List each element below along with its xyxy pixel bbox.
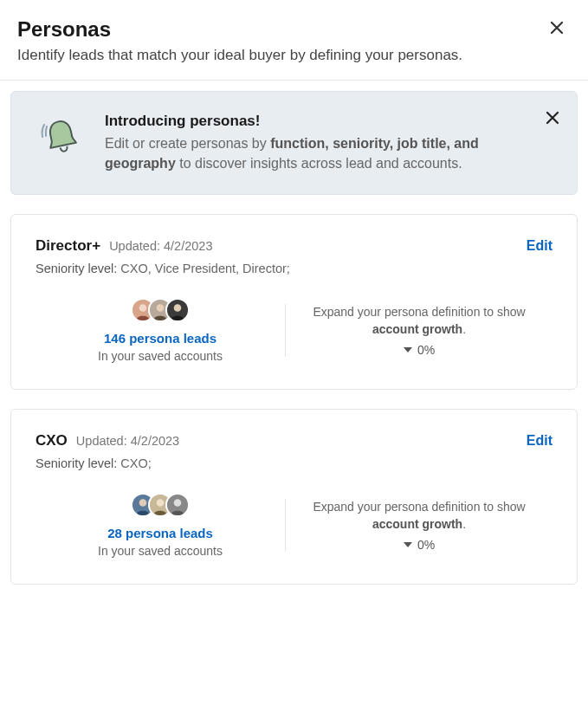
card-header: CXO Updated: 4/2/2023 Edit [36, 432, 552, 450]
card-name-line: Director+ Updated: 4/2/2023 [36, 237, 212, 255]
svg-point-5 [174, 305, 182, 313]
leads-section: 28 persona leads In your saved accounts [36, 493, 285, 558]
page-title: Personas [17, 17, 571, 42]
saved-accounts-text: In your saved accounts [44, 349, 276, 363]
growth-pct: 0% [303, 538, 535, 552]
growth-pct: 0% [303, 343, 535, 357]
banner-title: Introducing personas! [105, 113, 525, 130]
persona-updated: Updated: 4/2/2023 [76, 434, 179, 448]
panel-content: Introducing personas! Edit or create per… [0, 81, 588, 595]
svg-point-1 [139, 305, 147, 313]
persona-name: CXO [36, 432, 68, 450]
avatar-stack [44, 493, 276, 517]
intro-banner: Introducing personas! Edit or create per… [10, 91, 578, 195]
card-body: 28 persona leads In your saved accounts … [36, 493, 552, 558]
avatar [165, 493, 190, 517]
seniority-line: Seniority level: CXO; [36, 456, 552, 470]
svg-point-9 [157, 500, 165, 508]
expand-text: Expand your persona definition to show a… [303, 304, 535, 338]
banner-body-prefix: Edit or create personas by [105, 136, 270, 151]
svg-point-11 [174, 500, 182, 508]
persona-leads-link[interactable]: 28 persona leads [44, 526, 276, 540]
edit-button[interactable]: Edit [527, 238, 552, 254]
svg-point-3 [157, 305, 165, 313]
leads-section: 146 persona leads In your saved accounts [36, 298, 285, 363]
growth-section: Expand your persona definition to show a… [285, 304, 552, 357]
seniority-line: Seniority level: CXO, Vice President, Di… [36, 262, 552, 275]
close-icon [548, 19, 565, 36]
page-subtitle: Identify leads that match your ideal buy… [17, 47, 571, 64]
svg-point-7 [139, 500, 147, 508]
card-name-line: CXO Updated: 4/2/2023 [36, 432, 179, 450]
banner-close-button[interactable] [544, 109, 561, 130]
saved-accounts-text: In your saved accounts [44, 544, 276, 558]
expand-text: Expand your persona definition to show a… [303, 499, 535, 533]
growth-section: Expand your persona definition to show a… [285, 499, 552, 552]
persona-card: CXO Updated: 4/2/2023 Edit Seniority lev… [10, 409, 578, 585]
persona-name: Director+ [36, 237, 100, 255]
banner-body: Edit or create personas by function, sen… [105, 133, 525, 173]
caret-down-icon [404, 347, 412, 352]
close-icon [544, 109, 561, 126]
edit-button[interactable]: Edit [527, 433, 552, 449]
banner-body-suffix: to discover insights across lead and acc… [176, 156, 462, 171]
card-body: 146 persona leads In your saved accounts… [36, 298, 552, 363]
persona-leads-link[interactable]: 146 persona leads [44, 331, 276, 346]
persona-card: Director+ Updated: 4/2/2023 Edit Seniori… [10, 214, 578, 390]
panel-header: Personas Identify leads that match your … [0, 0, 588, 81]
avatar [165, 298, 190, 322]
card-header: Director+ Updated: 4/2/2023 Edit [36, 237, 552, 255]
bell-icon [36, 113, 84, 161]
caret-down-icon [404, 542, 412, 547]
persona-updated: Updated: 4/2/2023 [109, 239, 212, 253]
close-button[interactable] [548, 19, 565, 40]
avatar-stack [44, 298, 276, 322]
banner-text: Introducing personas! Edit or create per… [105, 113, 556, 173]
